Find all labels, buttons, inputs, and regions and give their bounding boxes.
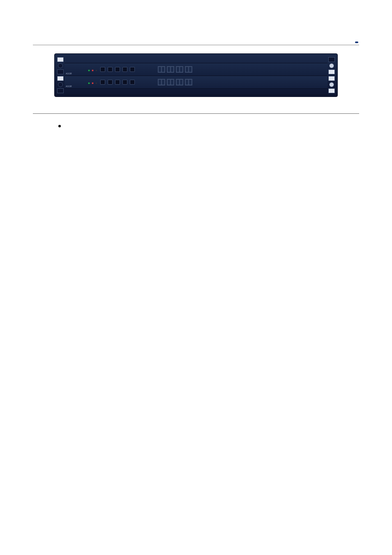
chassis-header — [65, 55, 327, 63]
apc-module-row: AGGR — [65, 76, 327, 89]
bullet-icon — [58, 125, 61, 127]
apc-slotlabel: AGGR — [66, 72, 85, 75]
brand-tag-icon — [355, 41, 358, 43]
device-chassis-illustration: AGGR — [54, 53, 338, 97]
chassis-mid-logo — [65, 89, 327, 95]
header-rule — [33, 45, 359, 45]
chassis-right-rail — [327, 55, 336, 95]
feature-bullet — [58, 122, 359, 127]
section-rule — [33, 113, 359, 114]
brand-logo — [33, 37, 359, 43]
chassis-left-rail — [56, 55, 65, 95]
apc-module-row: AGGR — [65, 63, 327, 76]
